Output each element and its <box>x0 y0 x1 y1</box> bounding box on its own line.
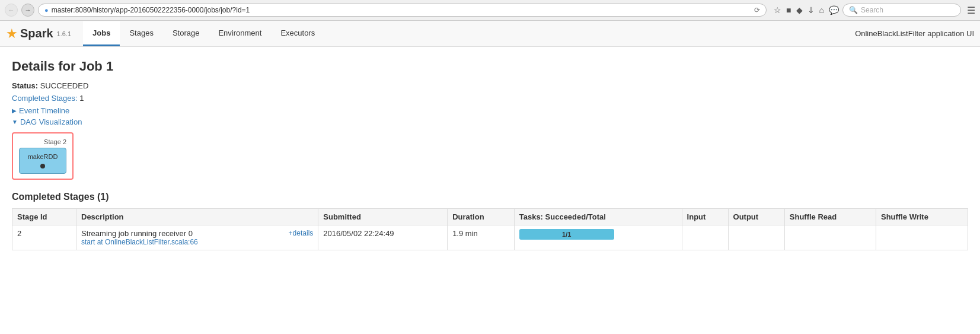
table-row: 2 Streaming job running receiver 0 start… <box>12 225 968 250</box>
dag-rdd-label: makeRDD <box>28 153 58 160</box>
dag-dot <box>40 164 45 168</box>
address-bar[interactable]: ● master:8080/history/app-20160502222356… <box>38 4 767 17</box>
cell-submitted: 2016/05/02 22:24:49 <box>318 225 448 250</box>
status-label: Status: <box>12 81 38 90</box>
completed-stages-count: 1 <box>79 94 84 103</box>
desc-main: Streaming job running receiver 0 <box>81 229 198 238</box>
forward-button[interactable]: → <box>21 4 34 17</box>
completed-stages-link[interactable]: Completed Stages: <box>12 94 78 103</box>
dag-stage-box: Stage 2 makeRDD <box>12 132 74 180</box>
nav-tabs: Jobs Stages Storage Environment Executor… <box>83 21 324 46</box>
back-button[interactable]: ← <box>5 4 18 17</box>
search-placeholder: Search <box>861 6 883 14</box>
col-input: Input <box>682 209 728 225</box>
status-line: Status: SUCCEEDED <box>12 81 968 90</box>
main-content: Details for Job 1 Status: SUCCEEDED Comp… <box>0 47 980 262</box>
refresh-icon[interactable]: ⟳ <box>754 6 760 14</box>
search-box[interactable]: 🔍 Search <box>842 4 961 17</box>
status-value: SUCCEEDED <box>40 81 89 90</box>
address-text: master:8080/history/app-20160502222356-0… <box>52 6 751 14</box>
cell-duration: 1.9 min <box>448 225 515 250</box>
event-timeline-toggle[interactable]: ▶ Event Timeline <box>12 106 968 115</box>
triangle-down-icon: ▼ <box>12 119 18 125</box>
completed-stages-line: Completed Stages: 1 <box>12 94 968 103</box>
col-tasks: Tasks: Succeeded/Total <box>514 209 682 225</box>
cell-output <box>728 225 784 250</box>
table-header-row: Stage Id Description Submitted Duration … <box>12 209 968 225</box>
completed-stages-section-title: Completed Stages (1) <box>12 192 968 202</box>
tab-jobs[interactable]: Jobs <box>83 21 120 46</box>
browser-icons: ☆ ■ ◆ ⇓ ⌂ 💬 <box>774 5 839 15</box>
col-shuffle-read: Shuffle Read <box>784 209 876 225</box>
col-stage-id: Stage Id <box>12 209 76 225</box>
shield-icon[interactable]: ◆ <box>796 5 803 15</box>
spark-logo-text: Spark <box>20 27 53 40</box>
cell-stage-id: 2 <box>12 225 76 250</box>
lock-icon: ● <box>44 7 49 14</box>
tab-stages[interactable]: Stages <box>120 21 162 46</box>
dag-rdd-box: makeRDD <box>19 148 66 174</box>
browser-chrome: ← → ● master:8080/history/app-2016050222… <box>0 0 980 21</box>
col-output: Output <box>728 209 784 225</box>
spark-navbar: ★ Spark 1.6.1 Jobs Stages Storage Enviro… <box>0 21 980 47</box>
app-title: OnlineBlackListFilter application UI <box>855 29 974 38</box>
download-icon[interactable]: ⇓ <box>807 5 815 15</box>
cell-description: Streaming job running receiver 0 start a… <box>76 225 318 250</box>
dag-stage-label: Stage 2 <box>19 138 66 145</box>
spark-version: 1.6.1 <box>57 30 71 37</box>
tab-executors[interactable]: Executors <box>271 21 324 46</box>
cell-input <box>682 225 728 250</box>
tasks-label: 1/1 <box>562 231 571 238</box>
triangle-right-icon: ▶ <box>12 107 17 114</box>
cell-shuffle-write <box>876 225 968 250</box>
tab-storage[interactable]: Storage <box>163 21 209 46</box>
cell-tasks: 1/1 <box>514 225 682 250</box>
progress-bar-wrap: 1/1 <box>519 229 614 240</box>
chat-icon[interactable]: 💬 <box>829 5 839 15</box>
dag-container: Stage 2 makeRDD <box>12 132 968 180</box>
cell-shuffle-read <box>784 225 876 250</box>
spark-star-icon: ★ <box>6 27 18 40</box>
event-timeline-label[interactable]: Event Timeline <box>19 106 69 115</box>
dag-visualization-label[interactable]: DAG Visualization <box>20 117 82 126</box>
search-icon: 🔍 <box>849 6 858 14</box>
col-shuffle-write: Shuffle Write <box>876 209 968 225</box>
stages-table: Stage Id Description Submitted Duration … <box>12 208 968 250</box>
tab-environment[interactable]: Environment <box>209 21 271 46</box>
details-link[interactable]: +details <box>289 229 314 237</box>
dag-visualization-toggle[interactable]: ▼ DAG Visualization <box>12 117 968 126</box>
progress-bar-fill: 1/1 <box>519 229 614 240</box>
col-submitted: Submitted <box>318 209 448 225</box>
col-description: Description <box>76 209 318 225</box>
account-icon[interactable]: ■ <box>786 5 791 15</box>
bookmark-icon[interactable]: ☆ <box>774 5 781 15</box>
desc-sub-link[interactable]: start at OnlineBlackListFilter.scala:66 <box>81 238 198 246</box>
home-icon[interactable]: ⌂ <box>819 5 824 15</box>
menu-icon[interactable]: ☰ <box>967 5 975 16</box>
page-title: Details for Job 1 <box>12 59 968 74</box>
spark-logo: ★ Spark 1.6.1 <box>6 27 71 40</box>
col-duration: Duration <box>448 209 515 225</box>
